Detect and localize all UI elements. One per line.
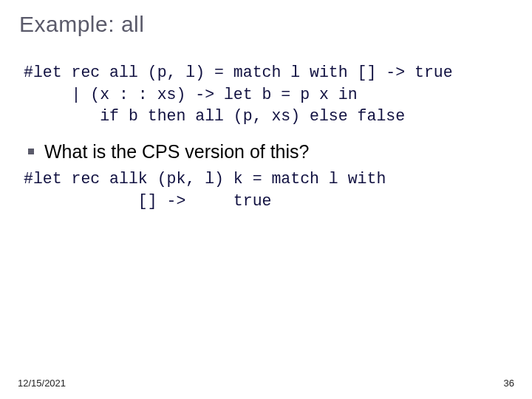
footer-date: 12/15/2021 — [18, 378, 66, 389]
code-block-original: #let rec all (p, l) = match l with [] ->… — [24, 62, 514, 128]
footer-page: 36 — [504, 378, 514, 389]
bullet-icon — [28, 149, 34, 154]
question-line: What is the CPS version of this? — [28, 141, 514, 163]
slide: Example: all #let rec all (p, l) = match… — [0, 0, 532, 399]
question-text: What is the CPS version of this? — [44, 141, 309, 163]
code-block-cps: #let rec allk (pk, l) k = match l with [… — [24, 168, 514, 212]
footer: 12/15/2021 36 — [18, 378, 514, 389]
slide-title: Example: all — [19, 12, 514, 37]
